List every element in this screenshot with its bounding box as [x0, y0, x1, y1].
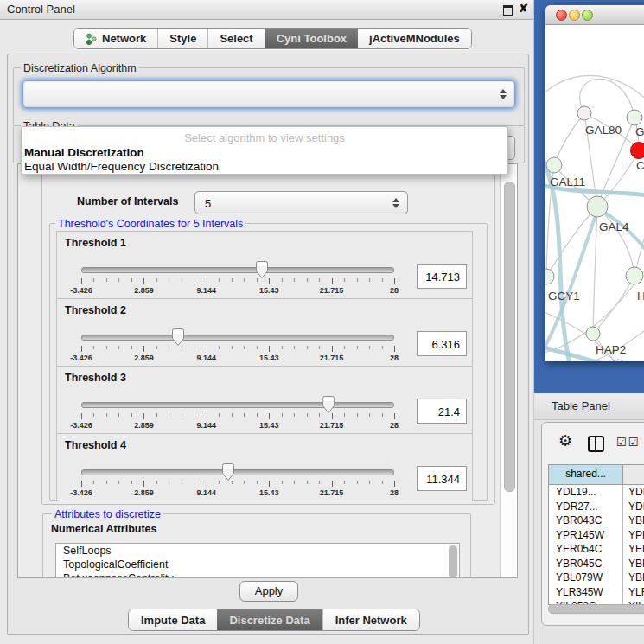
network-icon	[86, 33, 98, 45]
network-node[interactable]	[586, 327, 600, 341]
slider-tick-labels: -3.4262.8599.14415.4321.71528	[81, 488, 394, 498]
tab-impute-data[interactable]: Impute Data	[129, 609, 217, 630]
discretization-algorithm-group: Discretization Algorithm	[13, 67, 525, 126]
threshold-slider[interactable]: -3.4262.8599.14415.4321.71528	[81, 466, 394, 497]
threshold-value-field[interactable]: 14.713	[417, 264, 467, 289]
threshold-slider[interactable]: -3.4262.8599.14415.4321.71528	[81, 264, 394, 295]
close-icon[interactable]: ✘	[519, 2, 528, 16]
slider-tick-labels: -3.4262.8599.14415.4321.71528	[81, 286, 394, 296]
threshold-slider[interactable]: -3.4262.8599.14415.4321.71528	[81, 331, 394, 362]
tab-infer-network[interactable]: Infer Network	[322, 609, 419, 630]
tab-impute-data-label: Impute Data	[141, 614, 205, 627]
table-cell[interactable]: YBL0	[623, 571, 644, 585]
attributes-scrollbar-thumb[interactable]	[449, 545, 457, 578]
table-cell[interactable]: YER0	[623, 542, 644, 557]
tab-select[interactable]: Select	[207, 29, 264, 48]
table-row[interactable]: YDR27...YDR2	[549, 500, 644, 514]
threshold-label: Threshold 3	[65, 372, 126, 384]
algorithm-dropdown-popup: Select algorithm to view settings Manual…	[21, 126, 508, 175]
attributes-list-scrollbar[interactable]	[449, 545, 458, 578]
column-header-shared-name[interactable]: shared...	[549, 465, 623, 484]
float-window-icon[interactable]	[503, 5, 513, 16]
zoom-traffic-light-icon[interactable]	[582, 10, 593, 21]
threshold-label: Threshold 4	[65, 439, 126, 451]
table-cell[interactable]: YBR045C	[549, 557, 623, 571]
table-cell[interactable]: YBL079W	[549, 571, 623, 585]
split-columns-icon[interactable]	[588, 436, 604, 452]
table-cell[interactable]: YDL19...	[549, 485, 623, 500]
network-node[interactable]	[587, 196, 608, 217]
table-row[interactable]: YBR045CYBR0	[549, 557, 644, 571]
column-header-name[interactable]: na	[623, 465, 644, 484]
minimize-traffic-light-icon[interactable]	[569, 10, 580, 21]
number-of-intervals-combobox[interactable]: 5	[194, 191, 408, 214]
threshold-slider[interactable]: -3.4262.8599.14415.4321.71528	[81, 399, 394, 430]
tab-cyni-toolbox[interactable]: Cyni Toolbox	[265, 29, 358, 48]
settings-vertical-scrollbar[interactable]	[500, 164, 517, 577]
table-hscrollbar-thumb[interactable]	[548, 604, 644, 614]
table-cell[interactable]: YBR0	[623, 513, 644, 528]
network-node-label: H	[637, 290, 644, 303]
apply-button[interactable]: Apply	[239, 581, 298, 602]
table-cell[interactable]: YDR2	[623, 500, 644, 514]
table-cell[interactable]: YER054C	[549, 542, 623, 557]
table-cell[interactable]: YLR345W	[549, 585, 623, 600]
algorithm-option-equal-width[interactable]: Equal Width/Frequency Discretization	[24, 160, 219, 173]
threshold-row-3: Threshold 3 -3.4262.8599.14415.4321.7152…	[56, 366, 473, 434]
table-cell[interactable]: YLR3	[623, 585, 644, 600]
table-cell[interactable]: YDL1	[623, 485, 644, 500]
network-canvas[interactable]: GAL80G.CGAL11GAL4GCY1HHAP2	[545, 25, 644, 361]
attributes-group: Attributes to discretize Numerical Attri…	[42, 513, 471, 578]
thresholds-group-title: Threshold's Coordinates for 5 Intervals	[55, 218, 245, 230]
network-node[interactable]	[626, 267, 643, 284]
network-node[interactable]	[546, 157, 562, 173]
table-row[interactable]: YDL19...YDL1	[549, 485, 644, 500]
network-node[interactable]	[631, 143, 644, 159]
slider-track[interactable]	[81, 469, 394, 475]
network-node[interactable]	[577, 106, 591, 120]
network-view-window[interactable]: GAL80G.CGAL11GAL4GCY1HHAP2	[545, 5, 644, 361]
threshold-value-field[interactable]: 11.344	[417, 466, 467, 491]
slider-track[interactable]	[81, 267, 394, 273]
tab-discretize-data-label: Discretize Data	[229, 614, 309, 627]
settings-scrollbar-thumb[interactable]	[504, 182, 515, 492]
network-node-label: GAL11	[550, 175, 585, 188]
table-cell[interactable]: YDR27...	[549, 500, 623, 514]
checkbox-icons[interactable]: ☑☑	[616, 436, 640, 449]
network-node[interactable]	[627, 110, 642, 125]
close-traffic-light-icon[interactable]	[556, 10, 567, 21]
table-horizontal-scrollbar[interactable]	[548, 603, 644, 613]
table-cell[interactable]: YPR145W	[549, 528, 623, 543]
table-row[interactable]: YER054CYER0	[549, 542, 644, 557]
algorithm-option-manual[interactable]: Manual Discretization	[24, 146, 144, 159]
network-node[interactable]	[545, 269, 554, 284]
attribute-item[interactable]: TopologicalCoefficient	[56, 558, 459, 571]
table-cell[interactable]: YBR043C	[549, 513, 623, 528]
tab-jactivemnodules[interactable]: jActiveMNodules	[358, 29, 471, 48]
tab-style-label: Style	[169, 32, 196, 45]
network-window-titlebar[interactable]	[545, 5, 644, 25]
tab-cyni-toolbox-label: Cyni Toolbox	[277, 32, 347, 45]
table-row[interactable]: YLR345WYLR3	[549, 585, 644, 600]
attribute-item[interactable]: BetweennessCentrality	[56, 571, 459, 578]
numerical-attributes-list[interactable]: SelfLoopsTopologicalCoefficientBetweenne…	[55, 543, 460, 578]
table-row[interactable]: YBR043CYBR0	[549, 513, 644, 528]
tab-style[interactable]: Style	[157, 29, 207, 48]
table-row[interactable]: YBL079WYBL0	[549, 571, 644, 585]
attribute-item[interactable]: SelfLoops	[56, 544, 459, 558]
table-row[interactable]: YPR145WYPR1	[549, 528, 644, 543]
algorithm-combobox[interactable]	[22, 80, 515, 108]
table-panel-titlebar[interactable]: Table Panel	[534, 393, 644, 420]
slider-track[interactable]	[81, 402, 394, 408]
threshold-value-field[interactable]: 21.4	[417, 399, 467, 424]
table-cell[interactable]: YPR1	[623, 528, 644, 543]
right-panel-region: GAL80G.CGAL11GAL4GCY1HHAP2 Table Panel ⚙…	[533, 0, 644, 644]
table-cell[interactable]: YBR0	[623, 557, 644, 571]
attributes-group-title: Attributes to discretize	[52, 508, 163, 520]
tab-network[interactable]: Network	[74, 29, 157, 48]
number-of-intervals-value: 5	[205, 196, 211, 209]
tab-discretize-data[interactable]: Discretize Data	[217, 609, 322, 630]
gear-icon[interactable]: ⚙	[558, 433, 572, 449]
slider-track[interactable]	[81, 335, 394, 341]
threshold-value-field[interactable]: 6.316	[417, 331, 467, 356]
